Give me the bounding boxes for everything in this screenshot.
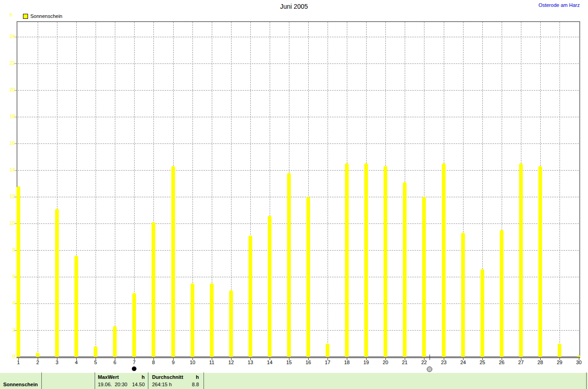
h-gridline: [18, 197, 579, 197]
legend-label: Sonnenschein: [30, 13, 62, 19]
x-axis-label: 10: [187, 360, 198, 365]
h-gridline: [18, 117, 579, 117]
x-axis-label: 3: [51, 360, 62, 365]
y-axis-label: 0: [4, 354, 15, 360]
x-axis-label: 21: [399, 360, 410, 365]
bar-day-20: [384, 166, 387, 357]
bar-day-3: [55, 209, 59, 357]
durchschnitt-unit: h: [183, 374, 199, 380]
bar-day-19: [364, 163, 368, 357]
bar-day-12: [229, 290, 233, 357]
h-gridline: [18, 90, 579, 91]
h-gridline: [18, 303, 579, 304]
y-axis-label: 14: [4, 167, 15, 173]
x-axis-label: 26: [496, 360, 507, 365]
maxwert-header: MaxWert: [98, 374, 119, 380]
h-gridline: [18, 330, 579, 331]
y-unit-label: h: [10, 12, 12, 17]
durchschnitt-value: 8.8: [181, 382, 199, 388]
y-axis-label: 22: [4, 60, 15, 66]
y-axis-label: 18: [4, 114, 15, 120]
statusbar-separator: [95, 372, 95, 389]
h-gridline: [18, 143, 579, 144]
y-axis-label: 20: [4, 87, 15, 93]
x-axis-label: 19: [361, 360, 372, 365]
bar-day-11: [210, 283, 214, 357]
x-axis-label: 25: [477, 360, 488, 365]
v-gridline: [115, 22, 115, 356]
bar-day-22: [422, 197, 426, 357]
statusbar-separator: [148, 372, 148, 389]
h-gridline: [18, 63, 579, 64]
h-gridline: [18, 250, 579, 251]
h-gridline: [18, 170, 579, 171]
x-axis-label: 15: [283, 360, 294, 365]
new-moon-icon: [132, 366, 136, 371]
bar-day-13: [249, 235, 252, 357]
bar-day-16: [306, 197, 310, 357]
x-axis-label: 17: [322, 360, 333, 365]
bar-day-27: [519, 163, 523, 357]
x-axis-label: 30: [573, 360, 584, 365]
legend-swatch-icon: [23, 14, 28, 19]
bar-day-2: [36, 353, 40, 357]
plot-border: [17, 21, 580, 358]
bar-day-15: [287, 173, 291, 357]
x-axis-label: 18: [341, 360, 352, 365]
bar-day-7: [132, 293, 136, 357]
h-gridline: [18, 37, 579, 37]
x-axis-label: 24: [458, 360, 469, 365]
durchschnitt-header: Durchschnitt: [152, 374, 183, 380]
bar-day-5: [94, 346, 97, 357]
bar-day-30: [577, 355, 581, 357]
legend: Sonnenschein: [23, 13, 62, 19]
v-gridline: [560, 22, 560, 356]
statusbar-separator: [586, 372, 587, 389]
bar-day-25: [481, 269, 484, 357]
x-axis-label: 8: [148, 360, 159, 365]
bar-day-6: [113, 326, 117, 357]
x-axis-label: 4: [71, 360, 82, 365]
moon-phase-tick: [430, 355, 430, 360]
x-axis-label: 12: [226, 360, 237, 365]
statusbar-separator: [204, 372, 204, 389]
x-axis-label: 22: [418, 360, 430, 365]
x-axis-label: 23: [438, 360, 449, 365]
station-label: Osterode am Harz: [538, 2, 580, 8]
bar-day-8: [152, 222, 155, 357]
bar-day-26: [500, 230, 503, 357]
x-axis-label: 27: [515, 360, 526, 365]
status-bar: Sonnenschein MaxWert h 19.06. 20:30 14.5…: [0, 372, 588, 389]
bar-day-9: [171, 166, 175, 357]
v-gridline: [38, 22, 38, 356]
statusbar-separator: [41, 372, 42, 389]
h-gridline: [18, 223, 579, 224]
maxwert-value: 14.50: [126, 382, 145, 388]
maxwert-unit: h: [129, 374, 145, 380]
y-axis-label: 2: [4, 327, 15, 333]
bar-day-1: [17, 186, 20, 357]
v-gridline: [328, 22, 328, 356]
durchschnitt-sum: 264:15 h: [152, 382, 172, 388]
bar-day-28: [538, 166, 542, 357]
bar-day-18: [345, 163, 349, 357]
y-axis-label: 24: [4, 34, 15, 40]
full-moon-icon: [427, 366, 432, 372]
x-axis-label: 6: [109, 360, 120, 365]
x-axis-label: 11: [206, 360, 217, 365]
maxwert-datetime: 19.06. 20:30: [98, 382, 127, 388]
bar-day-10: [191, 283, 194, 357]
y-axis-label: 16: [4, 140, 15, 146]
x-axis-label: 7: [129, 360, 140, 365]
bar-day-21: [403, 182, 407, 357]
x-axis-label: 16: [303, 360, 314, 365]
x-axis-label: 2: [32, 360, 43, 365]
y-axis-label: 4: [4, 300, 15, 306]
bar-day-17: [326, 343, 329, 357]
x-axis-label: 9: [168, 360, 179, 365]
x-axis-label: 14: [264, 360, 275, 365]
x-axis-label: 20: [380, 360, 391, 365]
x-axis-label: 13: [245, 360, 256, 365]
bar-day-23: [442, 163, 446, 357]
x-axis-label: 1: [13, 360, 24, 365]
